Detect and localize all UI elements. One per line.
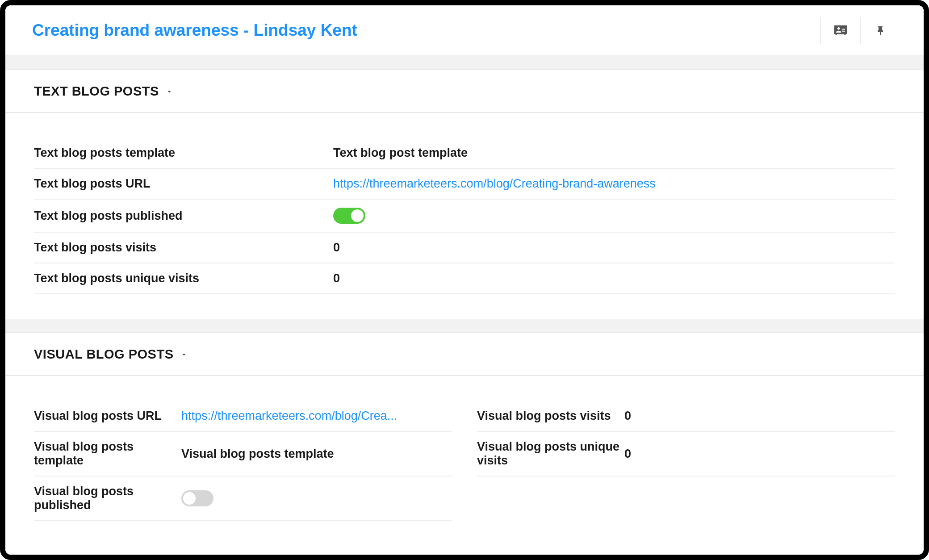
row-text-visits: Text blog posts visits 0: [34, 233, 895, 263]
pin-icon: [875, 24, 886, 37]
visual-col-right: Visual blog posts visits 0 Visual blog p…: [477, 401, 895, 521]
label-visual-template: Visual blog posts template: [34, 432, 181, 476]
section-header-text-blog[interactable]: TEXT BLOG POSTS: [5, 70, 924, 113]
value-visual-unique[interactable]: 0: [624, 439, 895, 469]
contact-card-button[interactable]: [820, 17, 860, 44]
label-visual-unique: Visual blog posts unique visits: [477, 432, 624, 476]
row-visual-visits: Visual blog posts visits 0: [477, 401, 895, 432]
label-visual-url: Visual blog posts URL: [34, 401, 181, 431]
visual-col-left: Visual blog posts URL https://threemarke…: [34, 401, 452, 521]
value-visual-template[interactable]: Visual blog posts template: [181, 439, 452, 469]
label-text-template: Text blog posts template: [34, 138, 333, 168]
row-text-unique: Text blog posts unique visits 0: [34, 263, 895, 294]
section-divider: [5, 56, 924, 70]
row-visual-unique: Visual blog posts unique visits 0: [477, 432, 895, 476]
section-body-text-blog: Text blog posts template Text blog post …: [5, 113, 924, 319]
row-text-published: Text blog posts published: [34, 200, 895, 233]
label-visual-visits: Visual blog posts visits: [477, 401, 624, 431]
value-visual-url[interactable]: https://threemarketeers.com/blog/Crea...: [181, 401, 414, 431]
value-text-template[interactable]: Text blog post template: [333, 138, 895, 168]
chevron-down-icon: [180, 351, 188, 359]
row-text-url: Text blog posts URL https://threemarkete…: [34, 169, 895, 200]
section-divider: [5, 319, 924, 333]
section-title-visual-blog: VISUAL BLOG POSTS: [34, 347, 174, 362]
value-text-unique[interactable]: 0: [333, 263, 895, 293]
row-visual-published: Visual blog posts published: [34, 476, 452, 521]
pin-button[interactable]: [860, 17, 900, 44]
label-visual-published: Visual blog posts published: [34, 476, 181, 520]
label-text-visits: Text blog posts visits: [34, 233, 333, 263]
section-body-visual-blog: Visual blog posts URL https://threemarke…: [5, 376, 924, 546]
label-text-unique: Text blog posts unique visits: [34, 263, 333, 293]
toggle-visual-published[interactable]: [181, 490, 213, 506]
toggle-text-published[interactable]: [333, 208, 365, 224]
label-text-url: Text blog posts URL: [34, 169, 333, 199]
value-text-visits[interactable]: 0: [333, 233, 895, 263]
row-visual-template: Visual blog posts template Visual blog p…: [34, 432, 452, 476]
contact-card-icon: [833, 23, 848, 38]
header-actions: [820, 17, 900, 44]
section-title-text-blog: TEXT BLOG POSTS: [34, 84, 159, 99]
section-header-visual-blog[interactable]: VISUAL BLOG POSTS: [5, 333, 924, 376]
page-header: Creating brand awareness - Lindsay Kent: [5, 5, 924, 56]
chevron-down-icon: [165, 88, 173, 96]
value-text-published: [333, 200, 895, 232]
value-text-url[interactable]: https://threemarketeers.com/blog/Creatin…: [333, 169, 895, 199]
row-visual-url: Visual blog posts URL https://threemarke…: [34, 401, 452, 432]
page-title[interactable]: Creating brand awareness - Lindsay Kent: [32, 21, 820, 40]
label-text-published: Text blog posts published: [34, 201, 333, 231]
value-visual-published: [181, 482, 452, 514]
value-visual-visits[interactable]: 0: [624, 401, 895, 431]
row-text-template: Text blog posts template Text blog post …: [34, 138, 895, 169]
